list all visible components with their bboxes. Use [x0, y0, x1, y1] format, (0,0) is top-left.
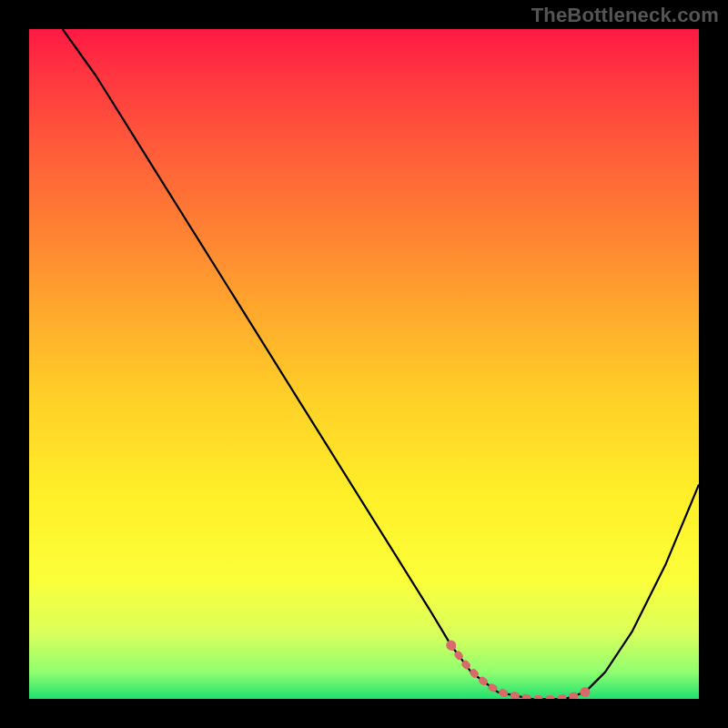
plot-area	[29, 29, 699, 699]
highlight-endpoint	[446, 641, 456, 651]
bottleneck-curve	[63, 29, 699, 699]
highlight-endpoint	[580, 687, 590, 697]
chart-svg	[29, 29, 699, 699]
highlight-segment	[451, 645, 585, 699]
chart-frame: TheBottleneck.com	[0, 0, 728, 728]
watermark-text: TheBottleneck.com	[531, 4, 719, 27]
